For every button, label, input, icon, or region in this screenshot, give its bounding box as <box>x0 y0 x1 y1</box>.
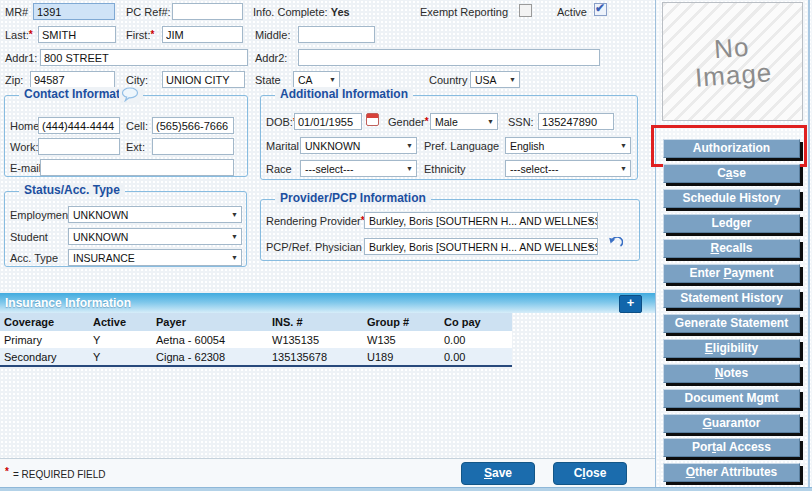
home-phone-input[interactable] <box>38 117 120 134</box>
rendering-provider-select[interactable]: Burkley, Boris [SOUTHERN H... AND WELLNE… <box>364 212 598 229</box>
work-phone-input[interactable] <box>38 138 120 155</box>
sidebar-button-notes[interactable]: Notes <box>663 364 800 383</box>
cell-phone-label: Cell: <box>126 120 148 132</box>
dropdown-arrow-icon: ▼ <box>231 254 238 261</box>
student-label: Student <box>10 231 48 243</box>
acc-type-label: Acc. Type <box>10 252 58 264</box>
insurance-row-primary[interactable]: Primary Y Aetna - 60054 W135135 W135 0.0… <box>0 331 512 349</box>
gender-select[interactable]: Male ▼ <box>430 113 498 130</box>
sidebar-button-portal-access[interactable]: Portal Access <box>663 438 800 457</box>
calendar-icon[interactable] <box>366 113 379 126</box>
undo-icon[interactable] <box>607 237 623 250</box>
exempt-reporting-label: Exempt Reporting <box>420 6 508 18</box>
info-complete-label: Info. Complete: Yes <box>253 6 350 18</box>
country-label: Country <box>429 74 468 86</box>
cell-phone-input[interactable] <box>152 117 234 134</box>
dropdown-arrow-icon: ▼ <box>329 76 336 83</box>
window-bottom-edge <box>0 487 812 491</box>
exempt-reporting-checkbox[interactable] <box>519 4 532 17</box>
first-name-input[interactable] <box>162 26 243 43</box>
sidebar-button-statement-history[interactable]: Statement History <box>663 289 800 308</box>
ssn-input[interactable] <box>538 113 614 130</box>
city-input[interactable] <box>162 71 245 88</box>
column-payer: Payer <box>156 316 186 328</box>
sidebar-button-case[interactable]: Case <box>663 164 800 183</box>
footer-bar: * = REQUIRED FIELD Save Close <box>0 458 655 487</box>
column-copay: Co pay <box>444 316 481 328</box>
dropdown-arrow-icon: ▼ <box>587 217 594 224</box>
dropdown-arrow-icon: ▼ <box>231 211 238 218</box>
insurance-information-title: Insurance Information <box>5 296 131 310</box>
column-coverage: Coverage <box>4 316 54 328</box>
sidebar-button-other-attributes[interactable]: Other Attributes <box>663 463 800 482</box>
active-checkbox[interactable]: ✔ <box>594 3 607 16</box>
pcp-physician-label: PCP/Ref. Physician <box>266 241 362 253</box>
no-image-text: No Image <box>692 32 773 90</box>
patient-form-panel: MR# PC Ref#: Info. Complete: Yes Exempt … <box>0 0 656 487</box>
state-label: State <box>255 74 281 86</box>
dropdown-arrow-icon: ▼ <box>509 76 516 83</box>
required-asterisk: * <box>5 466 9 477</box>
pc-ref-input[interactable] <box>172 3 243 20</box>
mr-input[interactable] <box>33 3 115 20</box>
sidebar-button-eligibility[interactable]: Eligibility <box>663 339 800 358</box>
ethnicity-select[interactable]: ---select--- ▼ <box>505 160 631 177</box>
close-button[interactable]: Close <box>553 462 627 485</box>
insurance-information-header: Insurance Information + <box>0 293 655 313</box>
dropdown-arrow-icon: ▼ <box>406 165 413 172</box>
city-label: City: <box>126 74 148 86</box>
last-name-input[interactable] <box>38 26 116 43</box>
last-name-label: Last:* <box>5 29 33 41</box>
race-select[interactable]: ---select--- ▼ <box>300 160 417 177</box>
sidebar-button-guarantor[interactable]: Guarantor <box>663 414 800 433</box>
middle-name-label: Middle: <box>255 29 290 41</box>
sidebar-button-enter-payment[interactable]: Enter Payment <box>663 264 800 283</box>
marital-select[interactable]: UNKNOWN ▼ <box>300 137 417 154</box>
employment-select[interactable]: UNKNOWN ▼ <box>68 206 242 223</box>
additional-information-title: Additional Information <box>275 87 413 101</box>
sidebar-button-document-mgmt[interactable]: Document Mgmt <box>663 389 800 408</box>
insurance-row-secondary[interactable]: Secondary Y Cigna - 62308 135135678 U189… <box>0 348 512 366</box>
zip-input[interactable] <box>30 71 115 88</box>
state-select[interactable]: CA ▼ <box>293 71 340 88</box>
addr1-input[interactable] <box>40 49 248 66</box>
pcp-physician-select[interactable]: Burkley, Boris [SOUTHERN H... AND WELLNE… <box>364 238 598 255</box>
patient-demographics-window: { "misc": { "required_marker": "*" }, "c… <box>0 0 812 494</box>
check-icon: ✔ <box>595 1 605 15</box>
info-complete-value: Yes <box>331 6 350 18</box>
sidebar-button-authorization[interactable]: Authorization <box>663 139 800 158</box>
gender-label: Gender* <box>388 116 429 128</box>
sidebar-button-schedule-history[interactable]: Schedule History <box>663 189 800 208</box>
ssn-label: SSN: <box>508 116 534 128</box>
comment-bubble-icon[interactable] <box>119 87 141 104</box>
zip-label: Zip: <box>5 74 23 86</box>
first-name-label: First:* <box>126 29 154 41</box>
insurance-table-bottom-rule <box>0 365 512 367</box>
addr2-input[interactable] <box>298 49 600 66</box>
race-label: Race <box>266 163 292 175</box>
save-button[interactable]: Save <box>461 462 535 485</box>
sidebar-button-ledger[interactable]: Ledger <box>663 214 800 233</box>
dropdown-arrow-icon: ▼ <box>587 243 594 250</box>
acc-type-select[interactable]: INSURANCE ▼ <box>68 249 242 266</box>
dropdown-arrow-icon: ▼ <box>620 142 627 149</box>
status-acc-type-title: Status/Acc. Type <box>19 183 125 197</box>
dropdown-arrow-icon: ▼ <box>620 165 627 172</box>
country-select[interactable]: USA ▼ <box>470 71 520 88</box>
email-input[interactable] <box>40 159 234 176</box>
pref-language-select[interactable]: English ▼ <box>505 137 631 154</box>
sidebar-button-recalls[interactable]: Recalls <box>663 239 800 258</box>
dob-input[interactable] <box>294 113 362 130</box>
middle-name-input[interactable] <box>298 26 375 43</box>
insurance-table-header: Coverage Active Payer INS. # Group # Co … <box>0 313 512 331</box>
ext-label: Ext: <box>126 141 145 153</box>
ethnicity-label: Ethnicity <box>424 163 466 175</box>
add-insurance-button[interactable]: + <box>619 295 642 313</box>
sidebar-button-generate-statement[interactable]: Generate Statement <box>663 314 800 333</box>
dropdown-arrow-icon: ▼ <box>487 118 494 125</box>
dropdown-arrow-icon: ▼ <box>231 233 238 240</box>
ext-input[interactable] <box>152 138 234 155</box>
student-select[interactable]: UNKNOWN ▼ <box>68 228 242 245</box>
employment-label: Employment <box>10 209 71 221</box>
required-field-note: = REQUIRED FIELD <box>13 469 106 480</box>
